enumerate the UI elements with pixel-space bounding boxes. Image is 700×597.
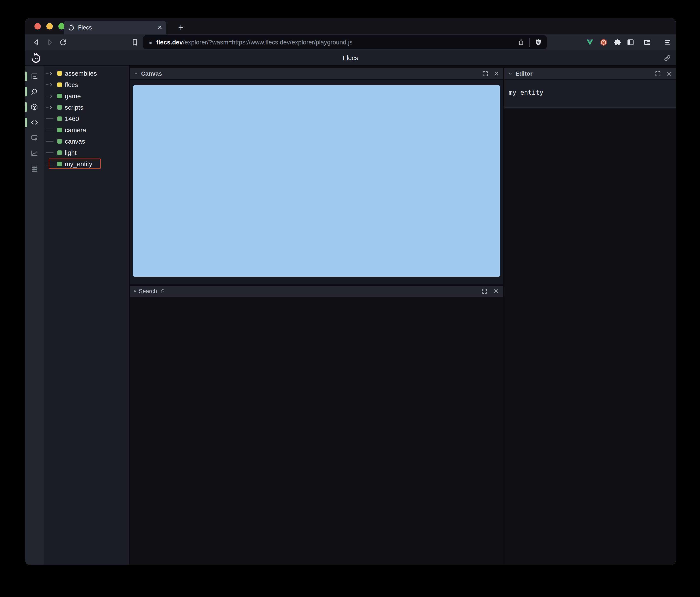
close-panel-icon[interactable]	[666, 71, 672, 77]
canvas-panel-title: Canvas	[141, 71, 162, 77]
forward-button[interactable]	[46, 38, 54, 46]
chevron-right-icon[interactable]	[49, 105, 53, 110]
vue-devtools-extension-icon[interactable]	[586, 38, 594, 46]
window-controls	[34, 23, 65, 29]
canvas-panel-header: Canvas	[130, 68, 503, 80]
fullscreen-icon[interactable]	[481, 288, 488, 294]
app-title: Flecs	[343, 54, 358, 61]
tree-item[interactable]: my_entity	[46, 158, 129, 170]
new-tab-button[interactable]: +	[175, 21, 187, 33]
tree-item-label: canvas	[65, 138, 85, 145]
tree-connector	[46, 119, 57, 119]
tree-connector	[46, 105, 57, 110]
tree-item[interactable]: canvas	[46, 136, 129, 147]
sidebar-item-search[interactable]	[25, 84, 44, 99]
editor-panel-header: Editor	[504, 68, 676, 80]
reload-button[interactable]	[59, 38, 67, 46]
share-icon[interactable]	[518, 39, 525, 46]
sidebar-item-tree-view[interactable]	[25, 69, 44, 84]
close-tab-icon[interactable]: ✕	[157, 25, 162, 30]
code-icon	[30, 119, 39, 127]
empty-workspace	[130, 297, 503, 565]
tree-connector	[46, 152, 57, 153]
address-bar[interactable]: flecs.dev/explorer/?wasm=https://www.fle…	[143, 35, 547, 49]
tree-item-label: scripts	[65, 104, 83, 111]
tree-item-label: assemblies	[65, 70, 97, 77]
memory-rows-icon	[30, 164, 39, 173]
sidebar-item-canvas-select[interactable]	[25, 130, 44, 146]
tree-item-label: flecs	[65, 81, 78, 88]
tree-connector	[46, 71, 57, 76]
tree-item-label: 1460	[65, 115, 79, 123]
editor-panel-body[interactable]: my_entity	[504, 80, 676, 108]
fullscreen-icon[interactable]	[655, 71, 661, 77]
active-panel-pill	[25, 118, 27, 127]
tree-connector	[46, 141, 57, 142]
tree-item[interactable]: flecs	[46, 79, 129, 90]
browser-tab[interactable]: Flecs ✕	[64, 21, 166, 34]
active-panel-pill	[25, 102, 27, 112]
search-panel-header: Search	[130, 286, 503, 297]
close-window-button[interactable]	[34, 23, 41, 29]
sidebar-item-memory[interactable]	[25, 161, 44, 176]
panel-area: Canvas Search	[130, 66, 676, 565]
sidebar-item-stats[interactable]	[25, 146, 44, 161]
render-canvas[interactable]	[133, 85, 500, 277]
editor-content[interactable]: my_entity	[509, 89, 544, 96]
tree-line	[46, 152, 53, 153]
fullscreen-icon[interactable]	[482, 71, 489, 77]
canvas-panel-body	[130, 80, 503, 284]
tree-connector	[46, 82, 57, 87]
tree-item[interactable]: light	[46, 147, 129, 158]
editor-column: Editor my_entity	[504, 66, 676, 565]
browser-window: Flecs ✕ + flecs.dev/explorer/?wasm=https…	[25, 18, 676, 565]
tree-item[interactable]: scripts	[46, 102, 129, 113]
back-button[interactable]	[32, 38, 41, 46]
lock-icon	[148, 40, 153, 45]
magnifier-icon	[160, 288, 166, 294]
extension-hexagon-icon[interactable]	[600, 38, 608, 46]
tree-line	[46, 73, 49, 74]
sidebar-item-entities[interactable]	[25, 99, 44, 115]
active-panel-pill	[25, 72, 27, 81]
tree-item-label: light	[65, 149, 77, 156]
close-panel-icon[interactable]	[493, 71, 500, 77]
chevron-right-icon[interactable]	[49, 71, 53, 76]
chevron-right-icon[interactable]	[49, 94, 53, 99]
tool-rail	[25, 66, 44, 565]
tree-connector	[46, 130, 57, 130]
chevron-down-icon[interactable]	[133, 71, 139, 76]
tree-item[interactable]: game	[46, 90, 129, 102]
brave-shields-icon[interactable]	[534, 38, 542, 46]
search-icon	[30, 87, 39, 96]
tree-item[interactable]: camera	[46, 124, 129, 136]
toolbar-divider	[529, 37, 530, 47]
tree-item[interactable]: 1460	[46, 113, 129, 124]
line-chart-icon	[30, 149, 39, 157]
active-panel-pill	[25, 87, 27, 96]
collapsed-bullet-icon[interactable]	[134, 290, 136, 292]
flecs-favicon	[68, 24, 75, 31]
menu-hamburger-icon[interactable]	[664, 38, 672, 46]
tree-line	[46, 96, 49, 96]
minimize-window-button[interactable]	[46, 23, 53, 29]
tree-item-label: game	[65, 93, 81, 100]
flecs-logo	[30, 52, 42, 64]
extensions-puzzle-icon[interactable]	[613, 38, 621, 46]
bookmark-icon[interactable]	[131, 38, 139, 46]
sidebar-item-code[interactable]	[25, 115, 44, 130]
search-panel-label[interactable]: Search	[139, 288, 157, 295]
entity-color-square	[57, 82, 62, 87]
entity-color-square	[57, 105, 62, 110]
entity-color-square	[57, 116, 62, 121]
tree-item[interactable]: assemblies	[46, 68, 129, 79]
tree-connector	[46, 94, 57, 99]
wallet-icon[interactable]	[643, 38, 651, 46]
cube-icon	[30, 103, 39, 111]
sidebar-toggle-icon[interactable]	[626, 38, 634, 46]
chevron-right-icon[interactable]	[49, 82, 53, 87]
share-link-icon[interactable]	[663, 54, 671, 62]
screen-cursor-icon	[30, 134, 39, 142]
close-panel-icon[interactable]	[493, 288, 499, 294]
chevron-down-icon[interactable]	[508, 71, 513, 76]
